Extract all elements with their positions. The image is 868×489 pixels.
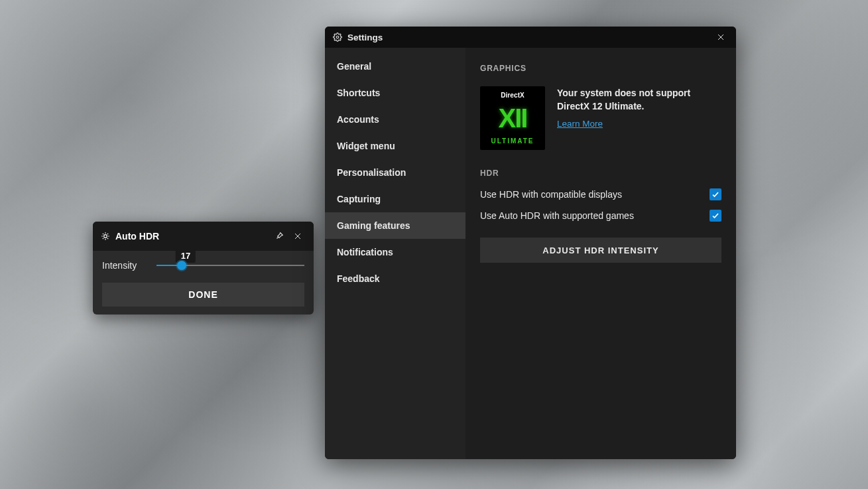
svg-line-6	[107, 238, 108, 239]
svg-point-0	[104, 235, 107, 238]
svg-line-5	[103, 234, 103, 234]
sidebar-item-gaming-features[interactable]: Gaming features	[325, 212, 465, 239]
sidebar-item-notifications[interactable]: Notifications	[325, 239, 465, 265]
settings-sidebar: GeneralShortcutsAccountsWidget menuPerso…	[325, 48, 465, 459]
hdr-option-label: Use HDR with compatible displays	[480, 189, 622, 200]
sidebar-item-shortcuts[interactable]: Shortcuts	[325, 80, 465, 106]
learn-more-link[interactable]: Learn More	[557, 119, 603, 129]
svg-point-11	[336, 36, 339, 38]
directx-badge-top: DirectX	[501, 92, 525, 99]
auto-hdr-header: Auto HDR 17	[93, 222, 314, 251]
auto-hdr-body: Intensity DONE	[93, 251, 314, 314]
sidebar-item-accounts[interactable]: Accounts	[325, 106, 465, 133]
sidebar-item-feedback[interactable]: Feedback	[325, 265, 465, 292]
hdr-option-row: Use HDR with compatible displays	[480, 188, 721, 200]
gear-icon	[333, 33, 342, 42]
settings-content: GRAPHICS DirectX XII ULTIMATE Your syste…	[465, 48, 736, 459]
checkbox[interactable]	[710, 188, 721, 200]
auto-hdr-title: Auto HDR	[115, 231, 159, 242]
graphics-heading: GRAPHICS	[480, 64, 721, 73]
directx-row: DirectX XII ULTIMATE Your system does no…	[480, 86, 721, 150]
directx-message: Your system does not support DirectX 12 …	[557, 86, 721, 113]
close-icon[interactable]	[711, 27, 731, 47]
intensity-label: Intensity	[102, 260, 145, 271]
settings-window: Settings GeneralShortcutsAccountsWidget …	[325, 27, 736, 459]
svg-line-7	[103, 238, 103, 239]
checkbox[interactable]	[710, 210, 721, 222]
intensity-slider[interactable]	[156, 260, 304, 271]
hdr-option-label: Use Auto HDR with supported games	[480, 210, 634, 221]
hdr-heading: HDR	[480, 169, 721, 178]
svg-line-8	[107, 234, 108, 234]
pin-icon[interactable]	[270, 227, 288, 245]
adjust-hdr-intensity-button[interactable]: ADJUST HDR INTENSITY	[480, 238, 721, 263]
done-button[interactable]: DONE	[102, 283, 304, 307]
directx-badge-bottom: ULTIMATE	[491, 137, 534, 145]
sidebar-item-widget-menu[interactable]: Widget menu	[325, 133, 465, 159]
sidebar-item-general[interactable]: General	[325, 53, 465, 80]
settings-title: Settings	[347, 33, 383, 42]
directx-badge: DirectX XII ULTIMATE	[480, 86, 545, 150]
auto-hdr-panel: Auto HDR 17 Intensity DONE	[93, 222, 314, 314]
directx-badge-middle: XII	[499, 105, 527, 131]
settings-titlebar: Settings	[325, 27, 736, 48]
sidebar-item-capturing[interactable]: Capturing	[325, 186, 465, 212]
close-icon[interactable]	[288, 227, 307, 245]
brightness-icon	[101, 232, 110, 241]
hdr-option-row: Use Auto HDR with supported games	[480, 210, 721, 222]
sidebar-item-personalisation[interactable]: Personalisation	[325, 159, 465, 186]
